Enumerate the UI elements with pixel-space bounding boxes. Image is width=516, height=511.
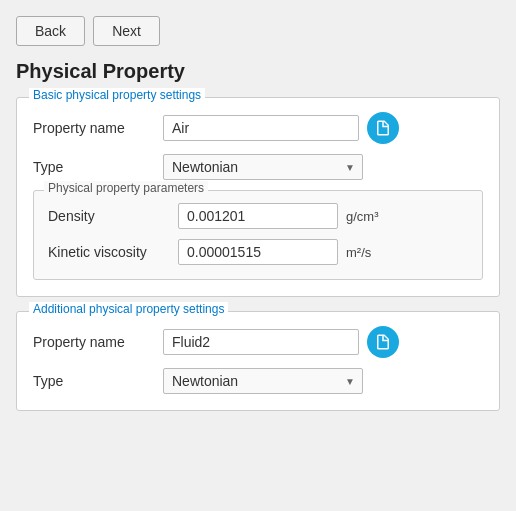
viscosity-input[interactable]	[178, 239, 338, 265]
additional-type-select-wrapper: Newtonian Non-Newtonian ▼	[163, 368, 363, 394]
density-label: Density	[48, 208, 178, 224]
next-button[interactable]: Next	[93, 16, 160, 46]
additional-property-name-row: Property name	[33, 326, 483, 358]
viscosity-label: Kinetic viscosity	[48, 244, 178, 260]
type-select-wrapper: Newtonian Non-Newtonian ▼	[163, 154, 363, 180]
additional-settings-box: Additional physical property settings Pr…	[16, 311, 500, 411]
property-name-row: Property name	[33, 112, 483, 144]
type-row: Type Newtonian Non-Newtonian ▼	[33, 154, 483, 180]
type-select[interactable]: Newtonian Non-Newtonian	[163, 154, 363, 180]
density-input[interactable]	[178, 203, 338, 229]
property-name-input[interactable]	[163, 115, 359, 141]
additional-settings-legend: Additional physical property settings	[29, 302, 228, 316]
viscosity-unit: m²/s	[346, 245, 371, 260]
additional-type-select[interactable]: Newtonian Non-Newtonian	[163, 368, 363, 394]
page-title: Physical Property	[16, 60, 500, 83]
additional-book-icon-button[interactable]	[367, 326, 399, 358]
top-button-bar: Back Next	[16, 16, 500, 46]
additional-type-label: Type	[33, 373, 163, 389]
back-button[interactable]: Back	[16, 16, 85, 46]
type-label: Type	[33, 159, 163, 175]
additional-property-name-label: Property name	[33, 334, 163, 350]
additional-type-row: Type Newtonian Non-Newtonian ▼	[33, 368, 483, 394]
params-box: Physical property parameters Density g/c…	[33, 190, 483, 280]
basic-settings-box: Basic physical property settings Propert…	[16, 97, 500, 297]
params-legend: Physical property parameters	[44, 181, 208, 195]
property-name-label: Property name	[33, 120, 163, 136]
density-row: Density g/cm³	[48, 203, 468, 229]
additional-property-name-input[interactable]	[163, 329, 359, 355]
book-icon	[374, 119, 392, 137]
viscosity-row: Kinetic viscosity m²/s	[48, 239, 468, 265]
density-unit: g/cm³	[346, 209, 379, 224]
basic-settings-legend: Basic physical property settings	[29, 88, 205, 102]
book-icon-button[interactable]	[367, 112, 399, 144]
book-icon-2	[374, 333, 392, 351]
